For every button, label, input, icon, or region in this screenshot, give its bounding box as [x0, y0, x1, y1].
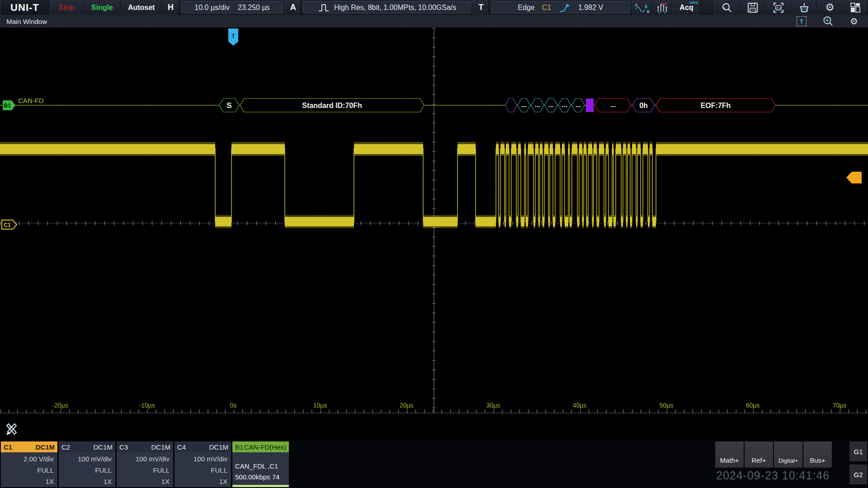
channel-coupling: DC1M: [209, 443, 228, 451]
decode-frame-label: ...: [610, 101, 616, 108]
channel-setting: FULL: [59, 465, 115, 476]
svg-text:0s: 0s: [230, 402, 237, 409]
trigger-source: C1: [542, 4, 551, 12]
scope-graticule: -20µs-10µs0s10µs20µs30µs40µs50µs60µs70µs…: [0, 28, 868, 441]
acquire-key-button[interactable]: A: [285, 0, 301, 15]
ultra-badge: Ultra: [689, 0, 698, 5]
digital-add-button[interactable]: Digital+: [774, 441, 802, 468]
channel-setting: 100 mV/div: [59, 453, 115, 465]
acq-ultra-button[interactable]: Acq Ultra: [672, 0, 700, 15]
decode-frame-label: S: [226, 101, 231, 110]
fft-icon[interactable]: FFT: [652, 0, 673, 15]
bus-protocol-label: CAN-FD: [18, 97, 44, 104]
svg-text:10µs: 10µs: [313, 402, 327, 409]
svg-text:-20µs: -20µs: [52, 402, 68, 409]
window-layout-icon[interactable]: [843, 0, 868, 15]
bus-id: B1: [235, 443, 243, 451]
decode-frame-label: ...: [562, 101, 568, 108]
channel-coupling: DC1M: [93, 443, 113, 451]
channel-id: C2: [61, 443, 70, 451]
save-icon[interactable]: [740, 0, 765, 15]
decode-frame-label: ...: [548, 101, 554, 108]
channel-id: C3: [119, 443, 128, 451]
markers: TC1: [2, 28, 862, 229]
basket-icon[interactable]: [791, 0, 817, 15]
svg-text:40µs: 40µs: [573, 402, 587, 409]
trigger-info[interactable]: Edge C1 1.982 V: [491, 1, 630, 14]
channel-setting: FULL: [117, 465, 173, 476]
math-add-button[interactable]: Math+: [715, 441, 744, 468]
svg-text:T: T: [231, 33, 235, 39]
svg-text:50µs: 50µs: [660, 402, 674, 409]
decode-frame-label: ...: [535, 101, 541, 108]
channel-card-c2[interactable]: C2DC1M100 mV/divFULL1X: [59, 441, 115, 487]
svg-text:30µs: 30µs: [486, 402, 500, 409]
svg-text:B1: B1: [4, 103, 11, 109]
channel-setting: 100 mV/div: [175, 453, 231, 465]
channel-setting: 100 mV/div: [117, 453, 173, 465]
channel-card-c3[interactable]: C3DC1M100 mV/divFULL1X: [117, 441, 173, 487]
channel-setting: 2.00 V/div: [1, 453, 57, 465]
waveform-ab-icon[interactable]: A B: [632, 0, 652, 15]
delay-value: 23.250 µs: [238, 4, 270, 12]
time-axis-labels: -20µs-10µs0s10µs20µs30µs40µs50µs60µs70µs: [52, 402, 846, 409]
svg-text:C1: C1: [4, 222, 11, 228]
channel-id: C4: [177, 443, 186, 451]
ref-add-button[interactable]: Ref+: [745, 441, 773, 468]
oscilloscope-screen: { "toolbar": { "logo": "UNI-T", "run_sta…: [0, 0, 868, 488]
run-stop-button[interactable]: Stop: [50, 0, 84, 15]
display-settings-gear-icon[interactable]: ⚙: [850, 17, 858, 26]
channel-card-c4[interactable]: C4DC1M100 mV/divFULL1X: [175, 441, 231, 487]
decode-frame-label: 0h: [639, 102, 648, 109]
channel-setting: 1X: [175, 476, 231, 487]
horizontal-info[interactable]: 10.0 µs/div 23.250 µs: [181, 1, 283, 14]
autoset-button[interactable]: Autoset: [121, 0, 162, 15]
top-toolbar: UNI-T Stop Single Autoset H 10.0 µs/div …: [0, 0, 868, 15]
trigger-key-button[interactable]: T: [473, 0, 489, 15]
rising-edge-icon: [558, 2, 571, 13]
bus-add-button[interactable]: Bus+: [803, 441, 832, 468]
search-icon[interactable]: [714, 0, 740, 15]
decode-frame-label: Standard ID:70Fh: [302, 102, 362, 109]
channel-setting: 1X: [117, 476, 173, 487]
decode-frame: [505, 99, 517, 112]
decode-frame-label: ...: [521, 101, 527, 108]
settings-gear-icon[interactable]: ⚙: [817, 0, 843, 15]
group-button-g2[interactable]: G2: [849, 465, 867, 484]
svg-text:-10µs: -10µs: [139, 402, 155, 409]
channel-coupling: DC1M: [151, 443, 170, 451]
channel-setting: 1X: [59, 476, 115, 487]
svg-text:70µs: 70µs: [833, 402, 847, 409]
trigger-position-icon[interactable]: T: [797, 16, 807, 26]
channel-setting: FULL: [1, 465, 57, 476]
bus-card-b1[interactable]: B1CAN-FD(Hex)CAN_FDL ,C1500.00kbps 74: [232, 441, 289, 487]
channel-setting: FULL: [175, 465, 231, 476]
channel-coupling: DC1M: [35, 443, 55, 451]
screenshot-icon[interactable]: [765, 0, 791, 15]
svg-text:20µs: 20µs: [400, 402, 414, 409]
bus-config: CAN_FDL ,C1: [235, 461, 279, 472]
datetime-label: 2024-09-23 10:41:46: [716, 469, 830, 482]
acquire-info[interactable]: High Res, 8bit, 1.00MPts, 10.00GSa/s: [303, 1, 471, 14]
annotation-tools-icon[interactable]: [4, 420, 19, 436]
waveform-display[interactable]: -20µs-10µs0s10µs20µs30µs40µs50µs60µs70µs…: [0, 28, 868, 441]
channel-cards: C1DC1M2.00 V/divFULL1XC2DC1M100 mV/divFU…: [1, 441, 289, 487]
acquire-mode-text: High Res, 8bit, 1.00MPts, 10.00GSa/s: [334, 4, 456, 12]
svg-text:B: B: [647, 9, 649, 14]
pulse-icon: [318, 3, 330, 13]
status-bar: C1DC1M2.00 V/divFULL1XC2DC1M100 mV/divFU…: [0, 441, 868, 488]
horizontal-key-button[interactable]: H: [162, 0, 179, 15]
channel-setting: 1X: [1, 476, 57, 487]
main-window-bar: Main Window T ⚙: [0, 15, 868, 28]
single-button[interactable]: Single: [84, 0, 121, 15]
svg-text:60µs: 60µs: [746, 402, 760, 409]
channel-card-c1[interactable]: C1DC1M2.00 V/divFULL1X: [1, 441, 57, 487]
channel-id: C1: [4, 443, 12, 451]
bus-progress-bar: [232, 485, 289, 487]
trigger-level: 1.982 V: [578, 4, 603, 12]
trigger-level-marker[interactable]: [846, 172, 862, 183]
decode-frame-label: EOF:7Fh: [701, 102, 731, 109]
zoom-in-icon[interactable]: [823, 16, 834, 27]
group-button-g1[interactable]: G1: [849, 441, 867, 461]
window-title: Main Window: [0, 18, 797, 25]
